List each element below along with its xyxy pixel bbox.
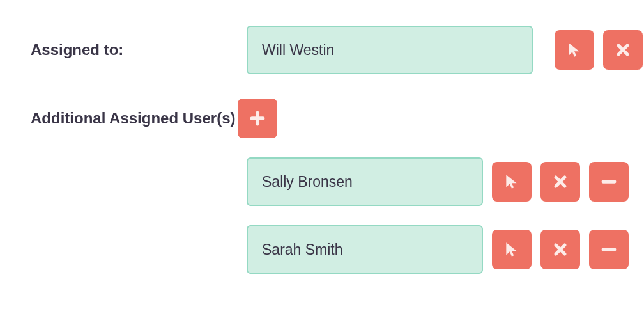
remove-user-button[interactable] xyxy=(589,162,629,202)
select-user-button[interactable] xyxy=(492,230,532,269)
close-icon xyxy=(553,242,568,257)
close-icon xyxy=(553,174,568,189)
cursor-icon xyxy=(566,42,583,58)
additional-users-header: Additional Assigned User(s) xyxy=(31,99,644,138)
assigned-to-row: Assigned to: Will Westin xyxy=(31,26,644,74)
remove-user-button[interactable] xyxy=(589,230,629,269)
assigned-user-name: Will Westin xyxy=(262,42,334,59)
select-user-button[interactable] xyxy=(492,162,532,202)
cursor-icon xyxy=(503,241,520,258)
minus-icon xyxy=(601,173,617,190)
clear-user-button[interactable] xyxy=(603,30,643,70)
assigned-to-field-group: Will Westin xyxy=(247,26,643,74)
additional-users-label: Additional Assigned User(s) xyxy=(31,109,238,127)
add-user-button[interactable] xyxy=(238,99,277,138)
select-user-button[interactable] xyxy=(555,30,594,70)
additional-user-name: Sarah Smith xyxy=(262,241,343,258)
additional-user-row: Sally Bronsen xyxy=(247,157,644,206)
additional-user-field[interactable]: Sally Bronsen xyxy=(247,157,483,206)
minus-icon xyxy=(601,241,617,258)
assigned-user-field[interactable]: Will Westin xyxy=(247,26,533,74)
clear-user-button[interactable] xyxy=(540,162,580,202)
plus-icon xyxy=(249,110,266,127)
assigned-to-label: Assigned to: xyxy=(31,41,247,59)
cursor-icon xyxy=(503,173,520,190)
close-icon xyxy=(615,42,631,58)
clear-user-button[interactable] xyxy=(540,230,580,269)
additional-user-row: Sarah Smith xyxy=(247,225,644,274)
additional-user-name: Sally Bronsen xyxy=(262,173,353,191)
additional-user-field[interactable]: Sarah Smith xyxy=(247,225,483,274)
additional-users-list: Sally Bronsen Sarah Smith xyxy=(247,157,644,274)
